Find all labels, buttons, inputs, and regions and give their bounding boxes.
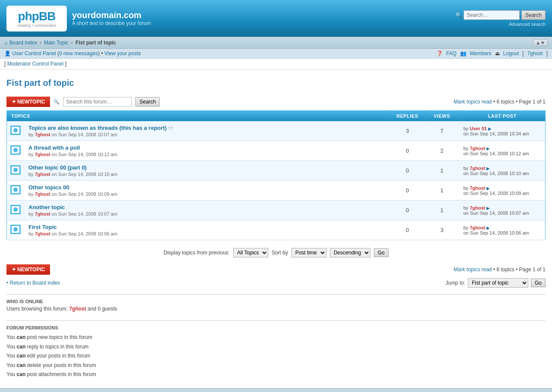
permission-item: You can delete your posts in this forum — [6, 361, 546, 370]
jump-go-button[interactable]: Go — [531, 279, 546, 287]
page-info: Page 1 of 1 — [519, 99, 546, 105]
topic-info-cell: Topics are also known as threads (this h… — [24, 121, 390, 141]
last-post-author[interactable]: 7ghost — [470, 146, 485, 151]
search-area: 🔍 Search Advanced search — [455, 10, 546, 27]
topic-author[interactable]: 7ghost — [35, 132, 50, 137]
faq-link[interactable]: FAQ — [446, 50, 457, 56]
user-bar-left: 👤 User Control Panel (0 new messages) • … — [4, 50, 141, 56]
topic-icon-cell — [7, 201, 25, 220]
topic-title[interactable]: First Topic — [28, 224, 56, 230]
last-post-author[interactable]: 7ghost — [470, 185, 485, 191]
topics-filter-select[interactable]: All Topics 1 day 7 days 2 weeks 1 month … — [233, 248, 268, 257]
topic-icon-cell — [7, 121, 25, 141]
who-online-section: WHO IS ONLINE Users browsing this forum:… — [6, 294, 546, 316]
logo-box: phpBB creating • communities — [6, 6, 67, 31]
jump-select[interactable]: Fist part of topic Board index Main Topi… — [468, 278, 528, 288]
breadcrumb-main-topic[interactable]: Main Topic — [44, 40, 69, 46]
permission-item: You can post attachments in this forum — [6, 370, 546, 379]
last-post-icon: ▶ — [486, 186, 490, 191]
username-link[interactable]: 7ghost — [527, 50, 543, 56]
replies-header: REPLIES — [390, 111, 425, 122]
toolbar-left: ✦ NEWTOPIC 🔍 Search — [6, 97, 160, 107]
views-cell: 3 — [425, 220, 459, 240]
last-post-icon: ▶ — [486, 146, 490, 151]
view-posts-link[interactable]: View your posts — [104, 50, 141, 56]
lastpost-cell: by 7ghost ▶on Sun Sep 14, 2008 10:07 am — [459, 201, 546, 220]
page-title: Fist part of topic — [6, 78, 546, 90]
last-post-icon: ▶ — [488, 126, 492, 131]
go-button[interactable]: Go — [374, 248, 389, 257]
last-post-author[interactable]: 7ghost — [470, 225, 485, 230]
new-messages-link[interactable]: 0 new messages — [59, 50, 98, 56]
topic-author[interactable]: 7ghost — [35, 172, 50, 177]
views-cell: 7 — [425, 121, 459, 141]
bottom-toolbar: ✦ NEWTOPIC Mark topics read • 6 topics •… — [6, 264, 546, 275]
return-jump: • Return to Board index Jump to: Fist pa… — [6, 278, 546, 288]
bottom-controls: Display topics from previous: All Topics… — [6, 245, 546, 261]
topic-info-cell: Another topic by 7ghost on Sun Sep 14, 2… — [24, 201, 390, 220]
topic-title[interactable]: Topics are also known as threads (this h… — [28, 125, 167, 131]
topic-icon — [10, 145, 21, 155]
permissions-section: FORUM PERMISSIONS You can post new topic… — [6, 320, 546, 384]
new-topic-button-bottom[interactable]: ✦ NEWTOPIC — [6, 264, 50, 275]
table-row: Other topic 00 (part II) by 7ghost on Su… — [7, 161, 546, 181]
page-info-bottom: Page 1 of 1 — [519, 267, 546, 273]
last-post-author[interactable]: 7ghost — [470, 166, 485, 171]
topic-meta: by 7ghost on Sun Sep 14, 2008 10:09 am — [28, 191, 386, 197]
topic-icon-cell — [7, 161, 25, 181]
topic-meta: by 7ghost on Sun Sep 14, 2008 10:07 am — [28, 211, 386, 216]
order-select[interactable]: Descending Ascending — [330, 248, 370, 257]
collapse-button[interactable]: ▲▼ — [533, 39, 548, 46]
who-online-user[interactable]: 7ghost — [69, 306, 86, 312]
members-link[interactable]: Members — [470, 50, 492, 56]
search-forum-icon: 🔍 — [53, 99, 60, 105]
search-forum-button[interactable]: Search — [135, 97, 160, 107]
mod-panel-link[interactable]: Moderator Control Panel — [7, 61, 64, 67]
topic-title[interactable]: Other topics 00 — [28, 184, 69, 191]
table-row: A thread with a poll by 7ghost on Sun Se… — [7, 141, 546, 161]
table-row: Another topic by 7ghost on Sun Sep 14, 2… — [7, 201, 546, 220]
topic-author[interactable]: 7ghost — [35, 211, 50, 216]
user-bar: 👤 User Control Panel (0 new messages) • … — [0, 49, 552, 59]
permission-can: can — [17, 353, 26, 359]
topic-author[interactable]: 7ghost — [35, 191, 50, 197]
search-input[interactable] — [464, 10, 520, 20]
mark-read-link-bottom[interactable]: Mark topics read — [454, 267, 492, 273]
lastpost-header: LAST POST — [459, 111, 546, 122]
topic-title[interactable]: Other topic 00 (part II) — [28, 164, 87, 171]
table-row: Other topics 00 by 7ghost on Sun Sep 14,… — [7, 181, 546, 201]
breadcrumb-board-index[interactable]: Board index — [9, 40, 37, 46]
logout-icon: ⏏ — [495, 50, 500, 56]
replies-cell: 0 — [390, 141, 425, 161]
last-post-author[interactable]: User 01 — [470, 126, 487, 131]
topic-title[interactable]: Another topic — [28, 204, 65, 210]
ucp-link[interactable]: User Control Panel — [12, 50, 56, 56]
topic-title[interactable]: A thread with a poll — [28, 144, 80, 151]
topics-table: TOPICS REPLIES VIEWS LAST POST Topics ar… — [6, 110, 546, 240]
advanced-search-link[interactable]: Advanced search — [509, 22, 546, 27]
who-online-title: WHO IS ONLINE — [6, 299, 546, 304]
search-forum-input[interactable] — [63, 97, 132, 107]
home-icon: ⌂ — [4, 40, 8, 46]
permission-can: can — [17, 334, 26, 340]
permission-can: can — [17, 371, 26, 377]
who-online-content: Users browsing this forum: 7ghost and 0 … — [6, 306, 546, 312]
permission-item: You can reply to topics in this forum — [6, 342, 546, 352]
lastpost-cell: by 7ghost ▶on Sun Sep 14, 2008 10:09 am — [459, 181, 546, 201]
permissions-list: You can post new topics in this forumYou… — [6, 333, 546, 379]
return-link[interactable]: • Return to Board index — [6, 280, 60, 286]
topic-author[interactable]: 7ghost — [35, 231, 50, 236]
search-button[interactable]: Search — [521, 10, 546, 20]
site-domain: yourdomain.com — [72, 10, 151, 20]
replies-cell: 0 — [390, 161, 425, 181]
last-post-icon: ▶ — [486, 206, 490, 210]
last-post-author[interactable]: 7ghost — [470, 205, 485, 210]
sort-select[interactable]: Post time Subject Author Replies Views — [292, 248, 326, 257]
sort-label: Sort by — [272, 250, 288, 256]
logout-link[interactable]: Logout — [503, 50, 519, 56]
topics-count-bottom: 6 topics — [496, 267, 514, 273]
new-topic-button[interactable]: ✦ NEWTOPIC — [6, 97, 50, 107]
topic-author[interactable]: 7ghost — [35, 152, 50, 157]
mark-read-link[interactable]: Mark topics read — [454, 99, 492, 105]
search-row: 🔍 Search — [455, 10, 546, 20]
